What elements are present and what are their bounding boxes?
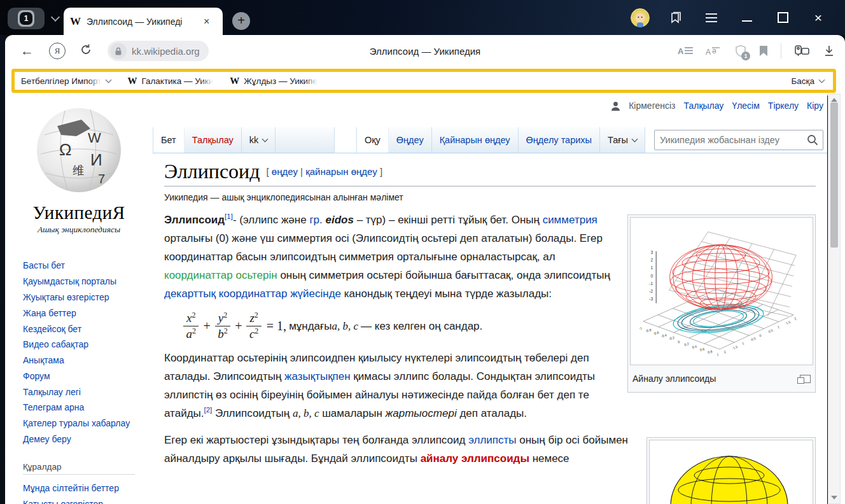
personal-link[interactable]: Кіру	[807, 101, 823, 111]
back-button-icon[interactable]: ←	[20, 43, 34, 59]
edit-source-link[interactable]: қайнарын өңдеу	[305, 166, 377, 177]
site-notice: Уикипедия — ашық энциклопедиясынан алынғ…	[164, 192, 816, 202]
svg-text:1.5: 1.5	[785, 320, 791, 325]
bookmarks-more-button[interactable]: Басқа	[791, 76, 824, 86]
ref-1-link[interactable]: [1]	[225, 213, 233, 220]
sidebar-item[interactable]: Кездейсоқ бет	[23, 321, 146, 337]
side-panels-icon[interactable]	[658, 0, 694, 35]
personal-link[interactable]: Үлесім	[732, 101, 759, 111]
browser-tab[interactable]: W Эллипсоид — Уикипеді ×	[64, 8, 223, 35]
ellipsoid-3d-plot-image: 3 2 1 0 -1 -2 -3	[631, 218, 809, 359]
link-greek[interactable]: гр.	[309, 214, 322, 226]
bookmarks-bar: Бетбелгілер Импорт W Галактика — Уики W …	[5, 67, 845, 95]
sidebar-item[interactable]: Қауымдастық порталы	[23, 274, 146, 290]
scroll-up-arrow-icon[interactable]	[831, 98, 837, 102]
reload-icon[interactable]	[80, 43, 92, 59]
reader-mode-icon[interactable]: A	[678, 45, 693, 57]
bookmark-item[interactable]: W Галактика — Уики	[127, 76, 213, 87]
window-close-button[interactable]: ×	[800, 0, 836, 35]
svg-text:-2: -2	[649, 289, 653, 293]
svg-text:-3: -3	[649, 297, 653, 301]
url-field[interactable]: kk.wikipedia.org	[108, 41, 209, 61]
sidebar-item[interactable]: Жаңа беттер	[23, 305, 146, 321]
tab-group-chevron-icon[interactable]	[51, 13, 60, 22]
tab-page[interactable]: Бет	[153, 127, 185, 153]
link-ellipse[interactable]: эллипсты	[468, 434, 516, 446]
link-cartesian-coordinates[interactable]: декарттық координаттар жүйесінде	[164, 288, 341, 300]
url-text: kk.wikipedia.org	[132, 46, 200, 57]
wiki-main: Кірмегенсіз ТалқылауҮлесімТіркелуКіру Бе…	[153, 95, 827, 504]
search-input[interactable]	[655, 135, 807, 145]
sidebar-item[interactable]: Демеу беру	[23, 431, 146, 447]
tab-group-chip[interactable]: 1	[8, 8, 69, 29]
svg-text:0: 0	[758, 333, 762, 338]
chevron-down-icon	[632, 136, 638, 143]
ref-2-link[interactable]: [2]	[204, 407, 213, 414]
sidebar-item[interactable]: Басты бет	[23, 258, 146, 274]
sidebar-item[interactable]: Видео сабақтар	[23, 337, 146, 353]
figure-ellipsoid-plot[interactable]: 3 2 1 0 -1 -2 -3	[627, 214, 816, 393]
tab-action[interactable]: Қайнарын өңдеу	[432, 127, 519, 153]
sidebar-tools-header: Құралдар	[23, 462, 135, 475]
sidebar-tool-item[interactable]: Қатысты өзгерістер	[23, 496, 146, 504]
yandex-logo-icon[interactable]: Я	[49, 43, 66, 59]
scrollbar-thumb[interactable]	[830, 102, 838, 248]
collections-icon[interactable]	[794, 45, 811, 57]
scroll-down-arrow-icon[interactable]	[831, 496, 837, 500]
page-scrollbar[interactable]	[828, 94, 841, 504]
tab-more[interactable]: Тағы	[600, 127, 645, 153]
link-symmetry[interactable]: симметрия	[543, 214, 597, 226]
sidebar-item[interactable]: Телеграм арна	[23, 400, 146, 416]
article-content: Эллипсоид[ өңдеу | қайнарын өңдеу ] Уики…	[153, 153, 827, 504]
sidebar-item[interactable]: Анықтама	[23, 353, 146, 368]
wiki-sidebar: Ω W И 维 7 УикипедиЯ Ашық энциклопедиясы …	[5, 95, 153, 504]
svg-text:-0.5: -0.5	[750, 336, 757, 342]
anon-user-label: Кірмегенсіз	[629, 101, 675, 111]
svg-text:0: 0	[650, 274, 653, 278]
figure-yellow-ellipsoid[interactable]	[646, 437, 816, 504]
edit-link[interactable]: өңдеу	[272, 166, 298, 177]
tab-read[interactable]: Оқу	[356, 127, 389, 153]
svg-text:-2: -2	[722, 349, 727, 354]
menu-hamburger-icon[interactable]	[694, 0, 729, 35]
new-tab-button[interactable]: +	[232, 12, 250, 30]
sidebar-item[interactable]: Жуықтағы өзгерістер	[23, 290, 146, 305]
svg-text:2: 2	[650, 258, 653, 262]
svg-text:-1: -1	[741, 341, 745, 346]
window-minimize-button[interactable]	[729, 0, 765, 35]
search-icon[interactable]	[807, 134, 818, 146]
search-box[interactable]	[654, 130, 823, 150]
sidebar-item[interactable]: Форум	[23, 368, 146, 384]
svg-text:Ω: Ω	[59, 140, 71, 159]
sidebar-item[interactable]: Талқылау легі	[23, 384, 146, 400]
svg-text:7: 7	[98, 172, 105, 186]
svg-text:-0.4: -0.4	[660, 333, 667, 338]
protect-shield-icon[interactable]: 1	[735, 45, 746, 57]
lock-icon[interactable]	[110, 43, 127, 59]
bookmark-flag-icon[interactable]	[759, 45, 768, 57]
profile-avatar[interactable]	[622, 0, 658, 35]
sidebar-item[interactable]: Қателер туралы хабарлау	[23, 416, 146, 431]
tab-action[interactable]: Өңдеу	[389, 127, 432, 153]
window-maximize-button[interactable]	[765, 0, 800, 35]
tab-group-count: 1	[20, 12, 32, 25]
personal-link[interactable]: Талқылау	[684, 101, 724, 111]
link-coordinate-axes[interactable]: координаттар осьтерін	[164, 269, 277, 281]
tab-language-selector[interactable]: kk	[242, 127, 276, 153]
tab-talk[interactable]: Талқылау	[185, 127, 242, 153]
personal-link[interactable]: Тіркелу	[768, 101, 799, 111]
bookmark-item[interactable]: W Жұлдыз — Уикипе	[230, 76, 318, 87]
bookmarks-import-button[interactable]: Бетбелгілер Импорт	[21, 76, 111, 86]
enlarge-icon[interactable]	[800, 375, 811, 383]
wiki-logo[interactable]: Ω W И 维 7 УикипедиЯ Ашық энциклопедиясы	[5, 95, 153, 235]
wikipedia-page: Ω W И 维 7 УикипедиЯ Ашық энциклопедиясы …	[5, 95, 827, 504]
tab-title: Эллипсоид — Уикипеді	[87, 17, 200, 27]
sidebar-tool-item[interactable]: Мұнда сілтейтін беттер	[23, 480, 146, 496]
tab-close-icon[interactable]: ×	[204, 16, 209, 27]
tab-action[interactable]: Өңделу тарихы	[519, 127, 600, 153]
svg-text:A: A	[706, 48, 711, 57]
translate-icon[interactable]: Aә	[706, 45, 722, 57]
download-icon[interactable]	[823, 45, 835, 57]
wiki-logo-subtitle: Ашық энциклопедиясы	[5, 225, 153, 235]
link-plane[interactable]: жазықтықпен	[284, 370, 351, 382]
